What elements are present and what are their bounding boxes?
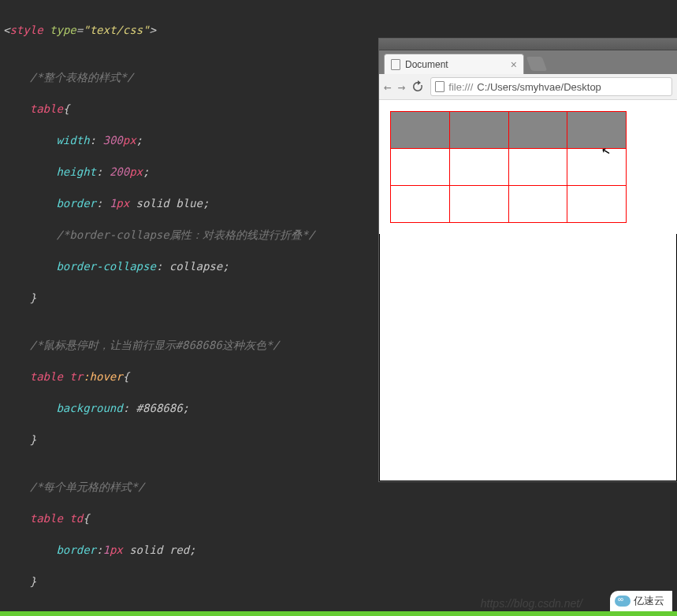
cell bbox=[508, 186, 567, 223]
browser-viewport bbox=[379, 100, 677, 234]
table-row[interactable] bbox=[391, 112, 627, 149]
reload-button[interactable] bbox=[411, 80, 424, 93]
cell bbox=[508, 112, 567, 149]
cell bbox=[508, 149, 567, 186]
status-bar bbox=[0, 611, 677, 616]
new-tab-button[interactable] bbox=[526, 57, 548, 71]
forward-button[interactable]: → bbox=[398, 80, 406, 95]
page-icon bbox=[391, 59, 400, 70]
cloud-icon bbox=[615, 596, 631, 607]
table-row[interactable] bbox=[391, 186, 627, 223]
browser-tab[interactable]: Document × bbox=[384, 54, 524, 74]
window-titlebar[interactable] bbox=[379, 39, 677, 50]
watermark: https://blog.csdn.net/ bbox=[481, 597, 582, 610]
cell bbox=[449, 112, 508, 149]
browser-toolbar: ← → file:///C:/Users/smyhvae/Desktop bbox=[379, 74, 677, 100]
tab-bar: Document × bbox=[379, 50, 677, 74]
doc-icon bbox=[435, 81, 445, 92]
cell bbox=[449, 149, 508, 186]
browser-window: Document × ← → file:///C:/Users/smyhvae/… bbox=[378, 38, 677, 482]
tab-title: Document bbox=[405, 59, 448, 70]
brand-badge: 亿速云 bbox=[610, 591, 672, 611]
cell bbox=[449, 186, 508, 223]
rendered-table bbox=[390, 111, 627, 223]
table-row[interactable] bbox=[391, 149, 627, 186]
url-path: C:/Users/smyhvae/Desktop bbox=[477, 81, 601, 93]
brand-label: 亿速云 bbox=[634, 594, 664, 608]
close-icon[interactable]: × bbox=[511, 59, 517, 70]
address-bar[interactable]: file:///C:/Users/smyhvae/Desktop bbox=[430, 77, 672, 96]
url-scheme: file:/// bbox=[448, 81, 473, 93]
cell bbox=[567, 149, 627, 186]
cell bbox=[391, 112, 450, 149]
cell bbox=[567, 112, 627, 149]
cell bbox=[391, 149, 450, 186]
cell bbox=[567, 186, 627, 223]
cell bbox=[391, 186, 450, 223]
back-button[interactable]: ← bbox=[384, 80, 392, 95]
